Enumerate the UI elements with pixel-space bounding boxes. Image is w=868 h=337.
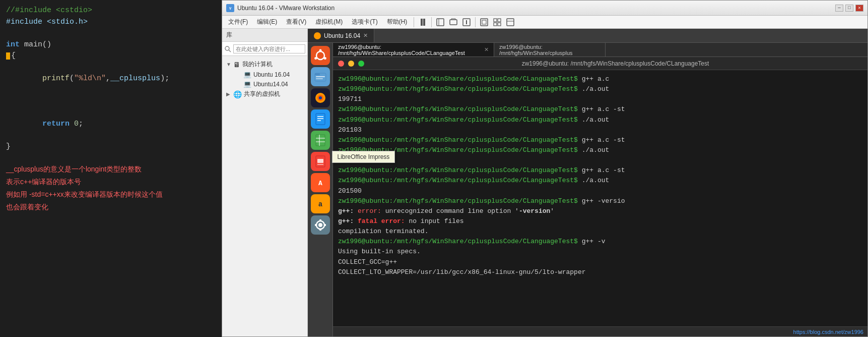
sidebar-header: 库 (222, 29, 307, 42)
svg-rect-10 (498, 19, 501, 22)
svg-point-15 (225, 46, 229, 50)
ubuntu-content: LibreOffice Impress A a (308, 43, 867, 336)
svg-point-44 (318, 223, 322, 227)
ubuntu-dock: LibreOffice Impress A a (308, 43, 333, 336)
terminal-tab2[interactable]: zw1996@ubuntu: /mnt/hgfs/WinShare/cplusp… (494, 43, 606, 57)
svg-text:a: a (318, 200, 322, 208)
svg-point-19 (319, 49, 321, 52)
term-line-4: zw1996@ubuntu:/mnt/hgfs/WinShare/cpluspl… (338, 104, 862, 115)
svg-rect-24 (316, 76, 325, 77)
svg-rect-11 (494, 23, 497, 26)
term-line-17: zw1996@ubuntu:/mnt/hgfs/WinShare/cpluspl… (338, 237, 862, 247)
terminal-tab1[interactable]: zw1996@ubuntu: /mnt/hgfs/WinShare/cplusp… (333, 43, 494, 57)
term-line-9: 201402 (338, 155, 862, 165)
maximize-button[interactable]: □ (845, 5, 853, 12)
term-line-6: 201103 (338, 125, 862, 135)
term-line-20: COLLECT_LTO_WRAPPER=/usr/lib/gcc/x86_64-… (338, 267, 862, 277)
vmware-title: Ubuntu 16.04 - VMware Workstation (237, 5, 832, 12)
code-line-4: int main() (6, 39, 216, 51)
ubuntu-tabs: Ubuntu 16.04 ✕ (308, 29, 867, 43)
dock-librewriter-icon[interactable] (311, 109, 330, 129)
dock-firefox-icon[interactable] (311, 88, 330, 107)
menu-edit[interactable]: 编辑(E) (253, 16, 281, 28)
fullscreen-button[interactable] (478, 16, 490, 28)
svg-point-21 (323, 57, 326, 60)
term-line-2: zw1996@ubuntu:/mnt/hgfs/WinShare/cpluspl… (338, 84, 862, 94)
term-line-8: zw1996@ubuntu:/mnt/hgfs/WinShare/cpluspl… (338, 145, 862, 155)
ubuntu-tab-close[interactable]: ✕ (363, 32, 368, 39)
ubuntu-tab-icon (314, 32, 321, 39)
term-line-19: COLLECT_GCC=g++ (338, 257, 862, 267)
ubuntu-tab-main[interactable]: Ubuntu 16.04 ✕ (308, 29, 374, 42)
snapshot-button[interactable] (447, 16, 459, 28)
bracket-marker (6, 52, 10, 60)
vmware-icon: V (226, 4, 234, 12)
terminal-title: zw1996@ubuntu: /mnt/hgfs/WinShare/cplusp… (368, 60, 862, 67)
terminal-output[interactable]: zw1996@ubuntu:/mnt/hgfs/WinShare/cpluspl… (333, 70, 867, 326)
term-line-7: zw1996@ubuntu:/mnt/hgfs/WinShare/cpluspl… (338, 135, 862, 145)
tree-node-ubuntu16[interactable]: 💻 Ubuntu 16.04 (224, 70, 305, 79)
sidebar-search (222, 42, 307, 56)
svg-rect-33 (316, 135, 325, 146)
term-line-1: zw1996@ubuntu:/mnt/hgfs/WinShare/cpluspl… (338, 74, 862, 84)
menu-vm[interactable]: 虚拟机(M) (311, 16, 347, 28)
dock-libredraw-icon[interactable]: A (311, 173, 330, 192)
tree-node-shared[interactable]: ▶ 🌐 共享的虚拟机 (224, 89, 305, 99)
maximize-dot[interactable] (358, 61, 364, 67)
code-panel: //#include <cstdio> #include <stdio.h> i… (0, 0, 222, 337)
vmware-sidebar: 库 ▼ 🖥 我的计算机 💻 Ubuntu 16.04 (222, 29, 308, 336)
close-dot[interactable] (338, 61, 344, 67)
term-line-16: compilation terminated. (338, 227, 862, 237)
terminal-tab2-label: zw1996@ubuntu: /mnt/hgfs/WinShare/cplusp… (499, 44, 600, 56)
dock-librecalc-icon[interactable] (311, 131, 330, 150)
dock-settings-icon[interactable] (311, 215, 330, 235)
dock-amazon-icon[interactable]: a (311, 194, 330, 213)
menu-help[interactable]: 帮助(H) (383, 16, 412, 28)
terminal-area: zw1996@ubuntu: /mnt/hgfs/WinShare/cplusp… (333, 43, 867, 336)
code-line-3 (6, 28, 216, 39)
terminal-tab1-close[interactable]: ✕ (484, 46, 489, 53)
code-line-5: { (6, 50, 216, 62)
minimize-button[interactable]: ─ (835, 5, 843, 12)
close-button[interactable]: ✕ (855, 5, 863, 12)
footer-url: https://blog.csdn.net/zw1996 (793, 329, 863, 335)
svg-rect-13 (507, 19, 514, 26)
unity-button[interactable] (491, 16, 503, 28)
menu-file[interactable]: 文件(F) (224, 16, 252, 28)
menu-tabs[interactable]: 选项卡(T) (348, 16, 381, 28)
pause-button[interactable] (417, 16, 429, 28)
vmware-menubar: 文件(F) 编辑(E) 查看(V) 虚拟机(M) 选项卡(T) 帮助(H) (222, 16, 867, 29)
tb-sep1 (431, 17, 432, 27)
code-line-9: } (6, 141, 216, 153)
menu-view[interactable]: 查看(V) (282, 16, 310, 28)
vmware-titlebar: V Ubuntu 16.04 - VMware Workstation ─ □ … (222, 1, 867, 16)
svg-rect-46 (319, 219, 321, 221)
view-button[interactable] (504, 16, 516, 28)
search-icon (224, 45, 231, 52)
vm-settings-button[interactable] (434, 16, 446, 28)
term-line-10: zw1996@ubuntu:/mnt/hgfs/WinShare/cpluspl… (338, 165, 862, 176)
ubuntu-area: Ubuntu 16.04 ✕ (308, 29, 867, 336)
svg-point-28 (319, 96, 322, 99)
svg-text:A: A (318, 180, 322, 187)
dock-filemanager-icon[interactable] (311, 67, 330, 86)
svg-rect-38 (317, 159, 323, 163)
sidebar-search-input[interactable] (233, 44, 305, 53)
suspend-button[interactable] (460, 16, 473, 28)
annotation: __cplusplus的意义是一个longint类型的整数 表示c++编译器的版… (6, 163, 216, 214)
dock-ubuntu-icon[interactable] (311, 46, 330, 65)
dock-libreimpress-icon[interactable]: LibreOffice Impress (311, 152, 330, 171)
svg-rect-25 (316, 78, 323, 79)
annotation-line3: 例如用 -std=c++xx来改变编译器版本的时候这个值 (6, 188, 216, 201)
terminal-topbar: zw1996@ubuntu: /mnt/hgfs/WinShare/cplusp… (333, 43, 867, 57)
tree-node-mycomputer[interactable]: ▼ 🖥 我的计算机 (224, 59, 305, 70)
minimize-dot[interactable] (348, 61, 354, 67)
code-line-2: #include <stdio.h> (6, 17, 216, 28)
tree-node-ubuntu14[interactable]: 💻 Ubuntu14.04 (224, 79, 305, 89)
svg-rect-23 (315, 73, 320, 75)
website-footer: https://blog.csdn.net/zw1996 (333, 326, 867, 336)
window-buttons: ─ □ ✕ (835, 5, 863, 12)
term-line-3: 199711 (338, 94, 862, 104)
term-line-15: g++: fatal error: no input files (338, 216, 862, 227)
svg-rect-7 (481, 19, 488, 26)
